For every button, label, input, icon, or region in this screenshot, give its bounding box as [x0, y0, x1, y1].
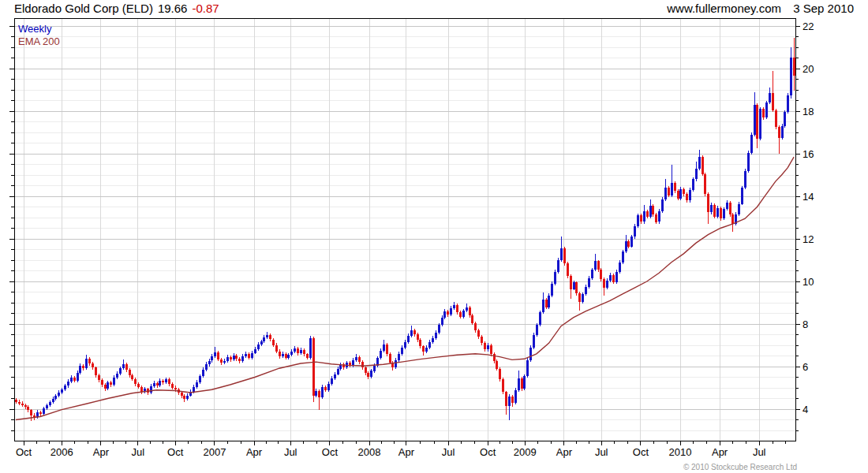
- down-candle-body: [358, 357, 361, 362]
- x-axis-label: Jul: [131, 446, 144, 458]
- up-candle-body: [113, 378, 115, 385]
- down-candle-body: [285, 354, 287, 358]
- down-candle-body: [627, 241, 630, 247]
- down-candle-body: [612, 275, 615, 282]
- candles-layer: [15, 38, 795, 421]
- up-candle-body: [165, 379, 167, 382]
- down-candle-body: [459, 312, 462, 316]
- down-candle-body: [272, 340, 275, 345]
- x-axis-label: Oct: [480, 446, 496, 458]
- up-candle-body: [769, 93, 771, 102]
- down-candle-body: [95, 367, 97, 375]
- y-axis-label: 22: [803, 20, 814, 32]
- down-candle-body: [570, 276, 572, 289]
- down-candle-body: [15, 400, 17, 402]
- down-candle-body: [275, 345, 278, 352]
- up-candle-body: [435, 333, 437, 338]
- up-candle-body: [410, 330, 413, 336]
- down-candle-body: [137, 384, 140, 387]
- up-candle-body: [573, 282, 575, 289]
- up-candle-body: [79, 366, 81, 373]
- down-candle-body: [235, 356, 238, 359]
- up-candle-body: [321, 387, 324, 398]
- up-candle-body: [282, 354, 284, 356]
- down-candle-body: [646, 211, 649, 217]
- up-candle-body: [747, 153, 750, 171]
- down-candle-body: [367, 373, 369, 377]
- up-candle-body: [119, 368, 122, 374]
- down-candle-body: [720, 208, 722, 219]
- up-candle-body: [54, 396, 57, 398]
- up-candle-body: [122, 364, 125, 368]
- down-candle-body: [713, 205, 716, 217]
- down-candle-body: [27, 407, 29, 410]
- up-candle-body: [508, 397, 511, 406]
- up-candle-body: [233, 356, 235, 359]
- down-candle-body: [104, 385, 107, 389]
- up-candle-body: [428, 342, 431, 348]
- up-candle-body: [196, 382, 198, 387]
- down-candle-body: [704, 174, 706, 195]
- up-candle-body: [658, 211, 660, 222]
- down-candle-body: [707, 194, 709, 212]
- up-candle-body: [159, 381, 161, 385]
- up-candle-body: [554, 272, 556, 284]
- x-axis-label: Oct: [16, 446, 32, 458]
- up-candle-body: [529, 348, 532, 360]
- down-candle-body: [110, 382, 112, 385]
- down-candle-body: [24, 405, 27, 408]
- x-axis-labels: Oct2006AprJulOct2007AprJulOct2008AprJulO…: [16, 446, 766, 458]
- up-candle-body: [710, 205, 713, 213]
- down-candle-body: [279, 352, 281, 357]
- up-candle-body: [466, 307, 468, 311]
- up-candle-body: [754, 105, 756, 135]
- up-candle-body: [294, 348, 296, 352]
- up-candle-body: [315, 391, 317, 395]
- up-candle-body: [425, 348, 428, 352]
- down-candle-body: [324, 387, 327, 390]
- up-candle-body: [453, 305, 455, 308]
- up-candle-body: [441, 318, 443, 326]
- up-candle-body: [214, 352, 216, 356]
- up-candle-body: [251, 353, 253, 358]
- up-candle-body: [77, 373, 79, 381]
- down-candle-body: [471, 315, 473, 323]
- up-candle-body: [64, 385, 66, 389]
- up-candle-body: [619, 263, 621, 272]
- up-candle-body: [70, 378, 73, 382]
- x-axis-label: Oct: [322, 446, 339, 458]
- up-candle-body: [401, 348, 403, 354]
- up-candle-body: [514, 390, 517, 403]
- up-candle-body: [398, 354, 400, 360]
- down-candle-body: [140, 387, 143, 392]
- up-candle-body: [787, 95, 789, 113]
- up-candle-body: [67, 382, 69, 385]
- up-candle-body: [582, 294, 584, 302]
- up-candle-body: [765, 102, 768, 117]
- down-candle-body: [600, 270, 602, 279]
- up-candle-body: [723, 209, 725, 218]
- up-candle-body: [625, 241, 627, 252]
- up-candle-body: [606, 281, 608, 289]
- up-candle-body: [487, 345, 489, 349]
- down-candle-body: [129, 370, 131, 375]
- down-candle-body: [168, 379, 170, 384]
- up-candle-body: [526, 360, 529, 376]
- up-candle-body: [671, 183, 673, 196]
- down-candle-body: [312, 338, 315, 396]
- price-chart: 46810121416182022Oct2006AprJulOct2007Apr…: [0, 0, 868, 473]
- down-candle-body: [655, 214, 657, 222]
- down-candle-body: [297, 348, 299, 353]
- down-candle-body: [101, 380, 103, 385]
- up-candle-body: [266, 335, 268, 337]
- down-candle-body: [674, 183, 676, 192]
- down-candle-body: [30, 410, 32, 415]
- x-axis-label: 2008: [358, 446, 381, 458]
- down-candle-body: [18, 402, 21, 404]
- up-candle-body: [750, 135, 753, 153]
- x-axis-label: 2009: [514, 446, 537, 458]
- up-candle-body: [355, 357, 357, 360]
- up-candle-body: [309, 338, 312, 358]
- up-candle-body: [661, 199, 664, 211]
- down-candle-body: [447, 311, 449, 315]
